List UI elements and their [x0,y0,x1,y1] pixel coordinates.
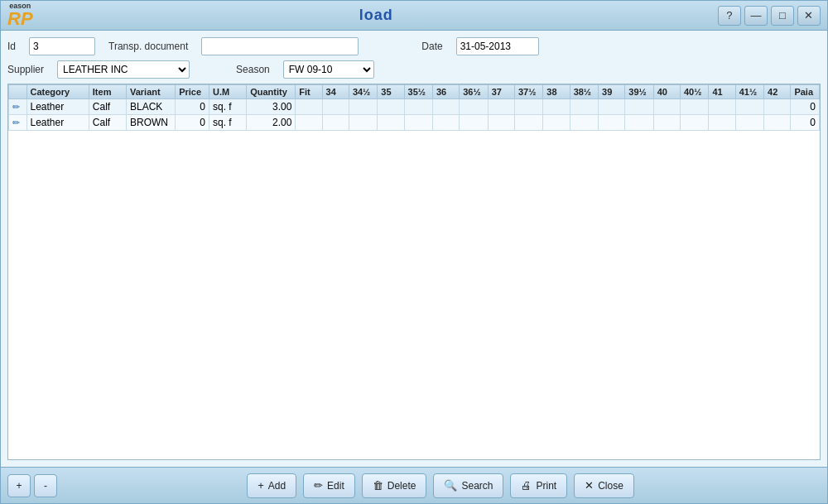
cell-s41 [709,99,735,115]
search-button[interactable]: 🔍 Search [433,473,503,498]
cell-s38h [570,99,598,115]
cell-s39h [625,99,653,115]
main-table: Category Item Variant Price U.M Quantity… [8,84,820,131]
col-39: 39 [599,85,625,99]
cell-s36 [432,99,459,115]
close-button[interactable]: ✕ Close [574,473,634,498]
close-label: Close [598,480,623,492]
id-label: Id [7,41,16,52]
col-34h: 34½ [349,85,377,99]
col-um: U.M [209,85,247,99]
remove-row-button[interactable]: - [34,474,57,497]
cell-paia: 0 [791,115,820,131]
cell-s42 [764,99,791,115]
cell-s35 [378,99,404,115]
edit-cell[interactable]: ✏ [9,99,27,115]
edit-row-icon[interactable]: ✏ [12,102,20,112]
cell-s37 [488,115,514,131]
cell-s38 [543,115,570,131]
cell-s35h [404,115,432,131]
col-40: 40 [653,85,680,99]
window-controls: ? — □ ✕ [718,6,821,26]
transp-doc-label: Transp. document [108,41,188,52]
delete-icon: 🗑 [373,479,383,492]
cell-quantity: 2.00 [247,115,296,131]
season-select[interactable]: FW 09-10 [283,60,374,79]
delete-label: Delete [388,480,416,492]
minimize-button[interactable]: — [744,6,768,26]
edit-row-icon[interactable]: ✏ [12,118,20,127]
edit-cell[interactable]: ✏ [9,115,27,131]
print-icon: 🖨 [521,479,532,492]
bottom-toolbar: + - + Add ✏ Edit 🗑 Delete 🔍 Search [1,467,827,503]
search-label: Search [461,480,493,492]
table-header-row: Category Item Variant Price U.M Quantity… [9,85,820,99]
edit-icon: ✏ [314,479,323,492]
cell-s39 [599,99,625,115]
cell-s38h [570,115,598,131]
col-42: 42 [764,85,791,99]
col-fit: Fit [296,85,322,99]
cell-fit [296,99,322,115]
id-input[interactable] [29,37,95,55]
cell-paia: 0 [791,99,820,115]
app-logo: eason RP [7,2,35,28]
col-35: 35 [378,85,404,99]
cell-s35 [378,115,404,131]
cell-item: Calf [89,99,126,115]
titlebar: eason RP load ? — □ ✕ [1,1,827,31]
table-body: ✏LeatherCalfBLACK0sq. f3.000✏LeatherCalf… [9,99,820,131]
edit-label: Edit [327,480,344,492]
cell-um: sq. f [209,99,247,115]
print-button[interactable]: 🖨 Print [510,473,567,498]
cell-s39h [625,115,653,131]
add-button[interactable]: + Add [247,473,296,498]
col-41: 41 [709,85,735,99]
cell-variant: BROWN [126,115,175,131]
add-label: Add [268,480,286,492]
toolbar-center: + Add ✏ Edit 🗑 Delete 🔍 Search 🖨 Print ✕ [60,473,821,498]
cell-s34h [349,99,377,115]
date-input[interactable] [456,37,539,55]
add-row-button[interactable]: + [7,474,31,497]
main-window: eason RP load ? — □ ✕ Id Transp. documen… [0,0,828,504]
cell-price: 0 [176,99,209,115]
cell-variant: BLACK [126,99,175,115]
help-button[interactable]: ? [718,6,741,26]
col-edit [9,85,27,99]
cell-s40 [653,115,680,131]
print-label: Print [536,480,556,492]
search-icon: 🔍 [444,479,457,492]
cell-s40h [681,115,709,131]
col-paia: Paia [791,85,820,99]
cell-s41h [735,115,763,131]
maximize-button[interactable]: □ [771,6,794,26]
cell-s35h [404,99,432,115]
table-row: ✏LeatherCalfBLACK0sq. f3.000 [9,99,820,115]
cell-price: 0 [176,115,209,131]
cell-s39 [599,115,625,131]
cell-s37h [514,115,542,131]
table-row: ✏LeatherCalfBROWN0sq. f2.000 [9,115,820,131]
col-category: Category [26,85,89,99]
cell-quantity: 3.00 [247,99,296,115]
plus-icon: + [16,480,22,492]
col-40h: 40½ [681,85,709,99]
supplier-select[interactable]: LEATHER INC [57,60,190,79]
delete-button[interactable]: 🗑 Delete [362,473,427,498]
form-row-2: Supplier LEATHER INC Season FW 09-10 [7,60,821,79]
edit-button[interactable]: ✏ Edit [303,473,355,498]
col-36: 36 [432,85,459,99]
close-window-button[interactable]: ✕ [797,6,821,26]
col-37h: 37½ [514,85,542,99]
cell-s34h [349,115,377,131]
col-36h: 36½ [460,85,488,99]
cell-s36 [432,115,459,131]
col-38: 38 [543,85,570,99]
cell-um: sq. f [209,115,247,131]
cell-category: Leather [26,99,89,115]
cell-s36h [460,115,488,131]
toolbar-left: + - [7,474,57,497]
transp-doc-input[interactable] [201,37,359,55]
cell-s40 [653,99,680,115]
